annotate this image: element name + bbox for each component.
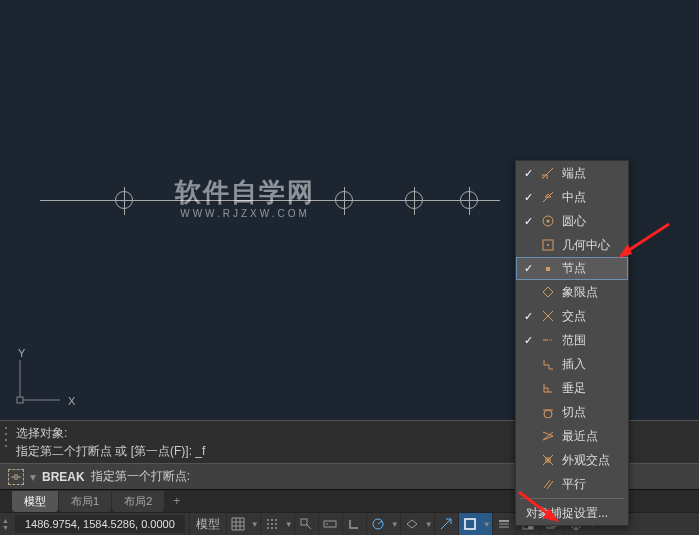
grid-dropdown[interactable]: ▼ (250, 513, 260, 536)
intersection-icon (540, 308, 556, 324)
coordinates-readout[interactable]: 1486.9754, 1584.5286, 0.0000 (15, 515, 185, 533)
check-icon: ✓ (522, 310, 534, 323)
quadrant-icon (540, 284, 556, 300)
model-label: 模型 (196, 516, 220, 533)
tangent-icon (540, 404, 556, 420)
svg-point-21 (267, 527, 269, 529)
node-icon (540, 261, 556, 277)
tab-label: 模型 (24, 495, 46, 507)
tab-add-button[interactable]: + (165, 491, 188, 511)
svg-point-17 (275, 519, 277, 521)
check-icon: ✓ (522, 191, 534, 204)
osnap-label: 圆心 (562, 213, 586, 230)
extension-icon (540, 332, 556, 348)
command-prompt-icon (8, 469, 24, 485)
svg-marker-12 (618, 244, 632, 258)
divide-marker (335, 191, 353, 209)
annotation-arrow (614, 222, 674, 265)
svg-point-19 (271, 523, 273, 525)
osnap-item-geocenter[interactable]: 几何中心 (516, 233, 628, 257)
osnap-item-apparent[interactable]: 外观交点 (516, 448, 628, 472)
osnap-label: 外观交点 (562, 452, 610, 469)
watermark: 软件自学网 WWW.RJZXW.COM (175, 175, 315, 219)
svg-point-5 (547, 220, 550, 223)
nearest-icon (540, 428, 556, 444)
center-icon (540, 213, 556, 229)
snap-dropdown[interactable]: ▼ (284, 513, 294, 536)
watermark-url: WWW.RJZXW.COM (175, 208, 315, 219)
snap-button[interactable] (260, 513, 284, 536)
isodraft-button[interactable] (400, 513, 424, 536)
svg-point-18 (267, 523, 269, 525)
svg-rect-25 (324, 521, 336, 527)
command-name: BREAK (42, 470, 85, 484)
osnap-item-intersection[interactable]: ✓ 交点 (516, 304, 628, 328)
command-handle[interactable] (2, 425, 12, 449)
osnap-item-node[interactable]: ✓ 节点 (516, 257, 628, 280)
osnap-item-center[interactable]: ✓ 圆心 (516, 209, 628, 233)
tab-label: 布局2 (124, 495, 152, 507)
perpendicular-icon (540, 380, 556, 396)
svg-rect-2 (17, 397, 23, 403)
osnap-label: 几何中心 (562, 237, 610, 254)
osnap-item-endpoint[interactable]: ✓ 端点 (516, 161, 628, 185)
drawn-line (40, 200, 500, 201)
svg-rect-8 (546, 267, 550, 271)
svg-line-13 (519, 492, 551, 516)
osnap-item-midpoint[interactable]: ✓ 中点 (516, 185, 628, 209)
osnap-item-insert[interactable]: 插入 (516, 352, 628, 376)
tab-model[interactable]: 模型 (12, 491, 58, 512)
osnap-item-quadrant[interactable]: 象限点 (516, 280, 628, 304)
divide-marker (460, 191, 478, 209)
osnap-label: 中点 (562, 189, 586, 206)
polar-button[interactable] (366, 513, 390, 536)
check-icon: ✓ (522, 167, 534, 180)
svg-rect-27 (465, 519, 475, 529)
osnap-label: 范围 (562, 332, 586, 349)
watermark-title: 软件自学网 (175, 175, 315, 210)
osnap-label: 交点 (562, 308, 586, 325)
osnap-context-menu: ✓ 端点 ✓ 中点 ✓ 圆心 几何中心 ✓ 节点 象限点 ✓ 交点 ✓ 范围 (515, 160, 629, 526)
tab-layout2[interactable]: 布局2 (112, 491, 164, 512)
osnap-dropdown[interactable]: ▼ (482, 513, 492, 536)
midpoint-icon (540, 189, 556, 205)
tab-label: 布局1 (71, 495, 99, 507)
divide-marker (115, 191, 133, 209)
constraint-button[interactable] (294, 513, 318, 536)
osnap-label: 最近点 (562, 428, 598, 445)
check-icon: ✓ (522, 262, 534, 275)
grid-button[interactable] (226, 513, 250, 536)
annotation-arrow (517, 490, 567, 533)
osnap-item-extension[interactable]: ✓ 范围 (516, 328, 628, 352)
command-prompt: 指定第一个打断点: (91, 468, 190, 485)
osnap-label: 节点 (562, 260, 586, 277)
osnap-label: 象限点 (562, 284, 598, 301)
model-space-button[interactable]: 模型 (189, 513, 226, 536)
dynamic-input-button[interactable] (318, 513, 342, 536)
statusbar-expand[interactable]: ▲▼ (0, 517, 11, 531)
osnap-item-nearest[interactable]: 最近点 (516, 424, 628, 448)
osnap-button[interactable] (458, 513, 482, 536)
polar-dropdown[interactable]: ▼ (390, 513, 400, 536)
isodraft-dropdown[interactable]: ▼ (424, 513, 434, 536)
osnap-label: 插入 (562, 356, 586, 373)
lineweight-button[interactable] (492, 513, 516, 536)
endpoint-icon (540, 165, 556, 181)
svg-point-20 (275, 523, 277, 525)
svg-point-16 (271, 519, 273, 521)
ucs-y-label: Y (18, 347, 25, 359)
apparent-icon (540, 452, 556, 468)
osnap-item-tangent[interactable]: 切点 (516, 400, 628, 424)
svg-rect-24 (301, 519, 307, 525)
add-label: + (173, 494, 180, 508)
svg-point-7 (547, 244, 549, 246)
osnap-label: 垂足 (562, 380, 586, 397)
otrack-button[interactable] (434, 513, 458, 536)
osnap-label: 端点 (562, 165, 586, 182)
svg-point-15 (267, 519, 269, 521)
ucs-x-label: X (68, 395, 75, 407)
osnap-item-perpendicular[interactable]: 垂足 (516, 376, 628, 400)
ortho-button[interactable] (342, 513, 366, 536)
svg-line-11 (626, 224, 669, 252)
tab-layout1[interactable]: 布局1 (59, 491, 111, 512)
